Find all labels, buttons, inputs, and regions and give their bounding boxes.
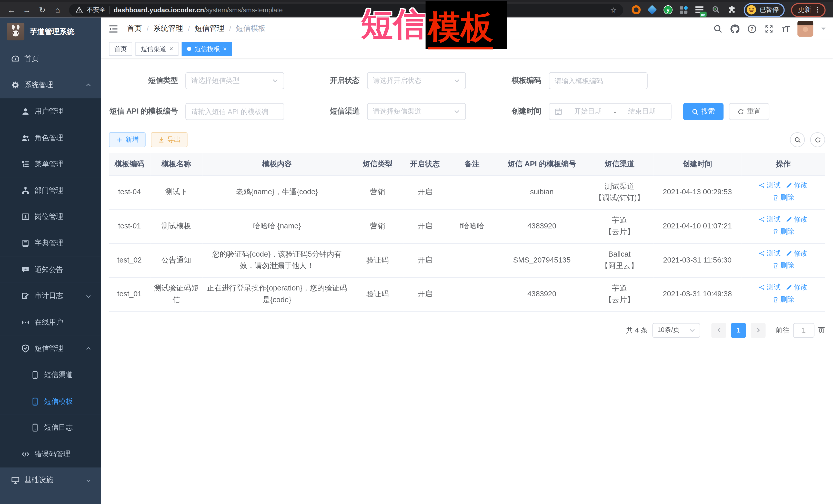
status-select[interactable]: 请选择开启状态 bbox=[367, 72, 466, 89]
search-button[interactable]: 搜索 bbox=[683, 103, 723, 120]
calendar-icon bbox=[554, 108, 562, 115]
sidebar-item[interactable]: 首页 bbox=[0, 46, 101, 72]
close-icon[interactable]: × bbox=[223, 46, 227, 52]
edit-link[interactable]: 修改 bbox=[786, 248, 808, 259]
sidebar-item-label: 短信管理 bbox=[34, 344, 63, 353]
profile-paused-badge[interactable]: 已暂停 bbox=[744, 3, 785, 17]
grid-extension-icon[interactable] bbox=[680, 5, 688, 14]
browser-update-button[interactable]: 更新 bbox=[791, 3, 826, 17]
template-code-input[interactable] bbox=[554, 77, 642, 85]
export-button[interactable]: 导出 bbox=[151, 132, 187, 147]
post-badge-icon bbox=[21, 213, 30, 221]
table-row: test_02公告通知您的验证码{code}，该验证码5分钟内有效，请勿泄漏于他… bbox=[109, 243, 825, 278]
sidebar-item[interactable]: 部门管理 bbox=[0, 177, 101, 204]
sidebar-item[interactable]: 错误码管理 bbox=[0, 441, 101, 467]
sidebar-item[interactable]: 角色管理 bbox=[0, 125, 101, 151]
edit-link[interactable]: 修改 bbox=[786, 214, 808, 225]
breadcrumb: 首页/系统管理/短信管理/短信模板 bbox=[127, 24, 266, 33]
bookmark-star-icon[interactable]: ☆ bbox=[610, 6, 617, 14]
api-template-id-input[interactable] bbox=[191, 108, 279, 116]
sidebar-item[interactable]: 菜单管理 bbox=[0, 151, 101, 177]
sidebar-item[interactable]: 基础设施 bbox=[0, 467, 101, 494]
breadcrumb-item[interactable]: 首页 bbox=[127, 24, 142, 33]
test-link[interactable]: 测试 bbox=[759, 282, 781, 293]
breadcrumb-item[interactable]: 短信管理 bbox=[195, 24, 224, 33]
fullscreen-icon[interactable] bbox=[765, 24, 774, 33]
sidebar-item[interactable]: 短信模板 bbox=[0, 388, 101, 414]
sidebar-item[interactable]: 短信渠道 bbox=[0, 362, 101, 388]
template-code-input-wrap bbox=[549, 72, 647, 89]
sidebar-item-label: 审计日志 bbox=[34, 291, 63, 301]
sidebar-item[interactable]: 在线用户 bbox=[0, 309, 101, 336]
prev-page-button[interactable] bbox=[712, 323, 727, 338]
page-number-button[interactable]: 1 bbox=[731, 323, 746, 338]
github-icon[interactable] bbox=[731, 24, 740, 33]
edit-link[interactable]: 修改 bbox=[786, 282, 808, 293]
goto-page-input[interactable] bbox=[793, 323, 814, 338]
test-link[interactable]: 测试 bbox=[759, 214, 781, 225]
toggle-search-icon[interactable] bbox=[790, 132, 805, 147]
sms-template-icon bbox=[31, 397, 39, 406]
end-date-placeholder: 结束日期 bbox=[618, 106, 666, 116]
sidebar-item[interactable]: 短信管理 bbox=[0, 336, 101, 362]
reset-button[interactable]: 重置 bbox=[729, 103, 769, 120]
browser-back-icon[interactable]: ← bbox=[4, 3, 19, 17]
chevron-down-icon[interactable] bbox=[821, 28, 826, 32]
refresh-icon[interactable] bbox=[810, 132, 825, 147]
column-header: 备注 bbox=[446, 153, 498, 175]
sidebar-item-label: 短信模板 bbox=[44, 397, 73, 406]
delete-link[interactable]: 删除 bbox=[772, 294, 794, 305]
sidebar-item[interactable]: 字典管理 bbox=[0, 230, 101, 257]
address-bar[interactable]: 不安全 dashboard.yudao.iocoder.cn /system/s… bbox=[69, 3, 623, 16]
user-avatar[interactable] bbox=[798, 21, 813, 37]
font-size-icon[interactable]: тT bbox=[782, 24, 789, 33]
test-link[interactable]: 测试 bbox=[759, 248, 781, 259]
delete-link[interactable]: 删除 bbox=[772, 260, 794, 271]
app-logo[interactable]: 芋道管理系统 bbox=[0, 18, 101, 46]
sidebar-item[interactable]: 系统管理 bbox=[0, 72, 101, 98]
browser-home-icon[interactable]: ⌂ bbox=[50, 3, 65, 17]
page-tab[interactable]: 短信模板× bbox=[182, 42, 232, 56]
sidebar-item[interactable]: 岗位管理 bbox=[0, 204, 101, 230]
paused-label: 已暂停 bbox=[760, 5, 779, 14]
sidebar-collapse-icon[interactable] bbox=[109, 24, 118, 33]
test-link[interactable]: 测试 bbox=[759, 180, 781, 191]
cell-channel: 芋道【云片】 bbox=[586, 209, 653, 243]
sidebar-item[interactable]: 短信日志 bbox=[0, 414, 101, 441]
breadcrumb-item[interactable]: 系统管理 bbox=[153, 24, 183, 33]
sidebar-item[interactable]: 用户管理 bbox=[0, 98, 101, 125]
sms-type-select[interactable]: 请选择短信类型 bbox=[185, 72, 284, 89]
magnifier-extension-icon[interactable] bbox=[712, 5, 720, 14]
create-time-range-picker[interactable]: 开始日期 - 结束日期 bbox=[549, 103, 671, 120]
orange-circle-extension-icon[interactable] bbox=[632, 5, 641, 14]
chevron-down-icon bbox=[689, 327, 695, 333]
chevron-right-icon bbox=[755, 327, 761, 333]
puzzle-extensions-icon[interactable] bbox=[728, 5, 736, 14]
blue-gem-extension-icon[interactable] bbox=[648, 5, 657, 14]
filter-sms-channel: 短信渠道 请选择短信渠道 bbox=[290, 103, 466, 120]
page-size-select[interactable]: 10条/页 bbox=[652, 323, 700, 338]
sidebar-item-label: 部门管理 bbox=[34, 186, 63, 195]
delete-link[interactable]: 删除 bbox=[772, 192, 794, 203]
warning-triangle-icon bbox=[75, 6, 83, 14]
cell-type: 验证码 bbox=[351, 243, 404, 278]
sidebar-item[interactable]: 审计日志 bbox=[0, 283, 101, 309]
help-icon[interactable]: ? bbox=[747, 24, 757, 33]
delete-link[interactable]: 删除 bbox=[772, 226, 794, 237]
sidebar-item[interactable]: 通知公告 bbox=[0, 256, 101, 283]
green-y-extension-icon[interactable]: y bbox=[664, 5, 672, 14]
close-icon[interactable]: × bbox=[169, 46, 173, 52]
browser-forward-icon[interactable]: → bbox=[20, 3, 34, 17]
url-divider bbox=[110, 6, 110, 14]
add-button[interactable]: 新增 bbox=[109, 132, 146, 147]
sidebar-menu: 首页系统管理用户管理角色管理菜单管理部门管理岗位管理字典管理通知公告审计日志在线… bbox=[0, 46, 101, 494]
list-on-extension-icon[interactable]: on bbox=[695, 5, 704, 14]
next-page-button[interactable] bbox=[751, 323, 766, 338]
page-tab[interactable]: 短信渠道× bbox=[135, 42, 178, 56]
sms-channel-select[interactable]: 请选择短信渠道 bbox=[367, 103, 466, 120]
search-icon[interactable] bbox=[714, 24, 723, 33]
browser-reload-icon[interactable]: ↻ bbox=[35, 3, 49, 17]
page-tab[interactable]: 首页 bbox=[109, 42, 132, 56]
edit-link[interactable]: 修改 bbox=[786, 180, 808, 191]
cell-remark: f哈哈哈 bbox=[446, 209, 498, 243]
